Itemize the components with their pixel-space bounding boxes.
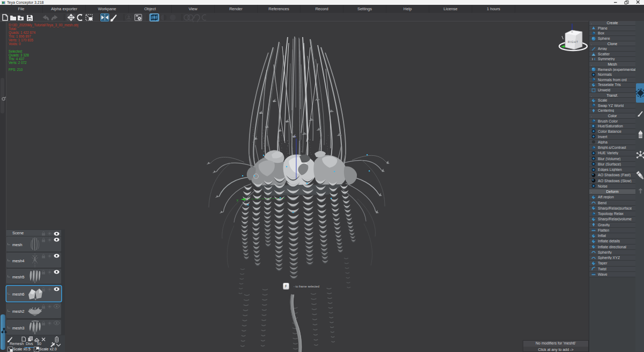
svg-text:y: y [237,198,238,202]
svg-text:z: z [295,135,296,138]
svg-text:RIGHT: RIGHT [568,40,579,44]
